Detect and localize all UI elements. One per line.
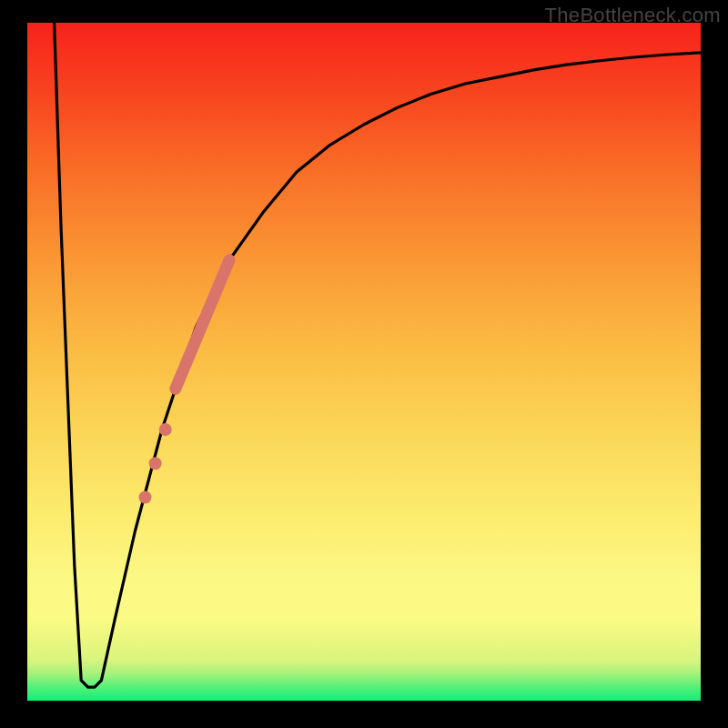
highlight-band (176, 260, 229, 389)
highlight-dots (139, 423, 172, 504)
curve-series (55, 23, 701, 687)
chart-frame: TheBottleneck.com (0, 0, 728, 728)
highlight-dot (159, 423, 172, 436)
chart-svg (27, 23, 701, 701)
plot-area (27, 23, 701, 701)
highlight-dot (139, 491, 152, 504)
watermark-text: TheBottleneck.com (545, 4, 721, 27)
main-curve (55, 23, 701, 687)
highlight-dot (149, 457, 162, 470)
